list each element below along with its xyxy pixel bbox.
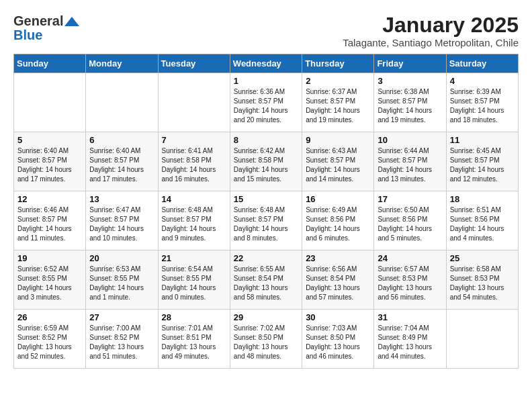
day-info: Sunrise: 6:37 AM Sunset: 8:57 PM Dayligh… bbox=[306, 87, 370, 125]
day-info: Sunrise: 6:47 AM Sunset: 8:57 PM Dayligh… bbox=[89, 205, 154, 243]
day-number: 20 bbox=[89, 253, 154, 263]
calendar-day-16: 16Sunrise: 6:49 AM Sunset: 8:56 PM Dayli… bbox=[302, 191, 374, 250]
day-number: 19 bbox=[17, 253, 82, 263]
day-info: Sunrise: 6:58 AM Sunset: 8:53 PM Dayligh… bbox=[450, 265, 515, 302]
day-number: 31 bbox=[378, 312, 442, 322]
day-info: Sunrise: 6:38 AM Sunset: 8:57 PM Dayligh… bbox=[378, 87, 442, 125]
calendar-day-4: 4Sunrise: 6:39 AM Sunset: 8:57 PM Daylig… bbox=[446, 73, 518, 132]
calendar-day-31: 31Sunrise: 7:04 AM Sunset: 8:49 PM Dayli… bbox=[374, 310, 446, 369]
day-number: 3 bbox=[378, 76, 442, 86]
calendar-empty-cell bbox=[14, 73, 86, 132]
calendar-day-1: 1Sunrise: 6:36 AM Sunset: 8:57 PM Daylig… bbox=[230, 73, 302, 132]
day-number: 7 bbox=[162, 135, 226, 145]
day-number: 29 bbox=[234, 312, 298, 322]
day-info: Sunrise: 7:02 AM Sunset: 8:50 PM Dayligh… bbox=[234, 324, 298, 361]
calendar-day-21: 21Sunrise: 6:54 AM Sunset: 8:55 PM Dayli… bbox=[158, 250, 230, 310]
calendar-day-11: 11Sunrise: 6:45 AM Sunset: 8:57 PM Dayli… bbox=[446, 132, 518, 191]
calendar-week-row: 1Sunrise: 6:36 AM Sunset: 8:57 PM Daylig… bbox=[14, 73, 519, 132]
calendar-day-30: 30Sunrise: 7:03 AM Sunset: 8:50 PM Dayli… bbox=[302, 310, 374, 369]
calendar-empty-cell bbox=[446, 310, 518, 369]
day-number: 4 bbox=[450, 76, 515, 86]
calendar-table: SundayMondayTuesdayWednesdayThursdayFrid… bbox=[13, 54, 519, 369]
logo-general-text: General bbox=[13, 13, 63, 29]
day-info: Sunrise: 7:04 AM Sunset: 8:49 PM Dayligh… bbox=[378, 324, 442, 361]
day-info: Sunrise: 7:01 AM Sunset: 8:51 PM Dayligh… bbox=[162, 324, 226, 361]
calendar-week-row: 5Sunrise: 6:40 AM Sunset: 8:57 PM Daylig… bbox=[14, 132, 519, 191]
title-block: January 2025 Talagante, Santiago Metropo… bbox=[343, 13, 519, 48]
day-number: 1 bbox=[234, 76, 298, 86]
day-number: 24 bbox=[378, 253, 442, 263]
day-number: 11 bbox=[450, 135, 515, 145]
day-info: Sunrise: 6:45 AM Sunset: 8:57 PM Dayligh… bbox=[450, 146, 515, 184]
logo-blue-text: Blue bbox=[13, 28, 42, 43]
calendar-empty-cell bbox=[158, 73, 230, 132]
day-info: Sunrise: 6:59 AM Sunset: 8:52 PM Dayligh… bbox=[17, 324, 82, 361]
calendar-day-23: 23Sunrise: 6:56 AM Sunset: 8:54 PM Dayli… bbox=[302, 250, 374, 310]
calendar-day-15: 15Sunrise: 6:48 AM Sunset: 8:57 PM Dayli… bbox=[230, 191, 302, 250]
day-info: Sunrise: 6:50 AM Sunset: 8:56 PM Dayligh… bbox=[378, 205, 442, 243]
header-monday: Monday bbox=[86, 54, 158, 73]
day-number: 27 bbox=[89, 312, 154, 322]
day-info: Sunrise: 6:46 AM Sunset: 8:57 PM Dayligh… bbox=[17, 205, 82, 243]
day-number: 26 bbox=[17, 312, 82, 322]
day-info: Sunrise: 6:52 AM Sunset: 8:55 PM Dayligh… bbox=[17, 265, 82, 302]
calendar-day-26: 26Sunrise: 6:59 AM Sunset: 8:52 PM Dayli… bbox=[14, 310, 86, 369]
day-info: Sunrise: 6:44 AM Sunset: 8:57 PM Dayligh… bbox=[378, 146, 442, 184]
calendar-week-row: 12Sunrise: 6:46 AM Sunset: 8:57 PM Dayli… bbox=[14, 191, 519, 250]
day-number: 10 bbox=[378, 135, 442, 145]
logo-triangle-icon bbox=[64, 15, 79, 28]
day-number: 16 bbox=[306, 194, 370, 204]
day-info: Sunrise: 6:48 AM Sunset: 8:57 PM Dayligh… bbox=[234, 205, 298, 243]
day-number: 5 bbox=[17, 135, 82, 145]
day-number: 23 bbox=[306, 253, 370, 263]
calendar-week-row: 26Sunrise: 6:59 AM Sunset: 8:52 PM Dayli… bbox=[14, 310, 519, 369]
calendar-day-29: 29Sunrise: 7:02 AM Sunset: 8:50 PM Dayli… bbox=[230, 310, 302, 369]
header-friday: Friday bbox=[374, 54, 446, 73]
day-info: Sunrise: 6:39 AM Sunset: 8:57 PM Dayligh… bbox=[450, 87, 515, 125]
day-info: Sunrise: 6:55 AM Sunset: 8:54 PM Dayligh… bbox=[234, 265, 298, 302]
day-number: 9 bbox=[306, 135, 370, 145]
day-info: Sunrise: 6:54 AM Sunset: 8:55 PM Dayligh… bbox=[162, 265, 226, 302]
calendar-day-10: 10Sunrise: 6:44 AM Sunset: 8:57 PM Dayli… bbox=[374, 132, 446, 191]
calendar-day-7: 7Sunrise: 6:41 AM Sunset: 8:58 PM Daylig… bbox=[158, 132, 230, 191]
header-tuesday: Tuesday bbox=[158, 54, 230, 73]
calendar-day-9: 9Sunrise: 6:43 AM Sunset: 8:57 PM Daylig… bbox=[302, 132, 374, 191]
day-number: 8 bbox=[234, 135, 298, 145]
day-info: Sunrise: 6:41 AM Sunset: 8:58 PM Dayligh… bbox=[162, 146, 226, 184]
day-info: Sunrise: 6:40 AM Sunset: 8:57 PM Dayligh… bbox=[17, 146, 82, 184]
day-number: 6 bbox=[89, 135, 154, 145]
day-info: Sunrise: 6:43 AM Sunset: 8:57 PM Dayligh… bbox=[306, 146, 370, 184]
day-number: 30 bbox=[306, 312, 370, 322]
header-sunday: Sunday bbox=[14, 54, 86, 73]
calendar-day-14: 14Sunrise: 6:48 AM Sunset: 8:57 PM Dayli… bbox=[158, 191, 230, 250]
page-header: General Blue January 2025 Talagante, San… bbox=[7, 7, 525, 54]
calendar-week-row: 19Sunrise: 6:52 AM Sunset: 8:55 PM Dayli… bbox=[14, 250, 519, 310]
day-number: 15 bbox=[234, 194, 298, 204]
calendar-day-12: 12Sunrise: 6:46 AM Sunset: 8:57 PM Dayli… bbox=[14, 191, 86, 250]
day-number: 2 bbox=[306, 76, 370, 86]
header-saturday: Saturday bbox=[446, 54, 518, 73]
calendar-day-19: 19Sunrise: 6:52 AM Sunset: 8:55 PM Dayli… bbox=[14, 250, 86, 310]
calendar-day-25: 25Sunrise: 6:58 AM Sunset: 8:53 PM Dayli… bbox=[446, 250, 518, 310]
day-number: 14 bbox=[162, 194, 226, 204]
calendar-day-20: 20Sunrise: 6:53 AM Sunset: 8:55 PM Dayli… bbox=[86, 250, 158, 310]
day-info: Sunrise: 6:51 AM Sunset: 8:56 PM Dayligh… bbox=[450, 205, 515, 243]
calendar-day-27: 27Sunrise: 7:00 AM Sunset: 8:52 PM Dayli… bbox=[86, 310, 158, 369]
calendar-day-8: 8Sunrise: 6:42 AM Sunset: 8:58 PM Daylig… bbox=[230, 132, 302, 191]
day-number: 18 bbox=[450, 194, 515, 204]
location-subtitle: Talagante, Santiago Metropolitan, Chile bbox=[343, 37, 519, 48]
day-number: 12 bbox=[17, 194, 82, 204]
day-info: Sunrise: 6:48 AM Sunset: 8:57 PM Dayligh… bbox=[162, 205, 226, 243]
calendar-day-2: 2Sunrise: 6:37 AM Sunset: 8:57 PM Daylig… bbox=[302, 73, 374, 132]
day-info: Sunrise: 6:36 AM Sunset: 8:57 PM Dayligh… bbox=[234, 87, 298, 125]
calendar-day-5: 5Sunrise: 6:40 AM Sunset: 8:57 PM Daylig… bbox=[14, 132, 86, 191]
calendar-day-28: 28Sunrise: 7:01 AM Sunset: 8:51 PM Dayli… bbox=[158, 310, 230, 369]
header-wednesday: Wednesday bbox=[230, 54, 302, 73]
day-info: Sunrise: 7:00 AM Sunset: 8:52 PM Dayligh… bbox=[89, 324, 154, 361]
svg-marker-0 bbox=[64, 17, 79, 26]
calendar-header-row: SundayMondayTuesdayWednesdayThursdayFrid… bbox=[14, 54, 519, 73]
day-number: 22 bbox=[234, 253, 298, 263]
month-title: January 2025 bbox=[343, 13, 519, 37]
calendar-day-3: 3Sunrise: 6:38 AM Sunset: 8:57 PM Daylig… bbox=[374, 73, 446, 132]
calendar-day-13: 13Sunrise: 6:47 AM Sunset: 8:57 PM Dayli… bbox=[86, 191, 158, 250]
